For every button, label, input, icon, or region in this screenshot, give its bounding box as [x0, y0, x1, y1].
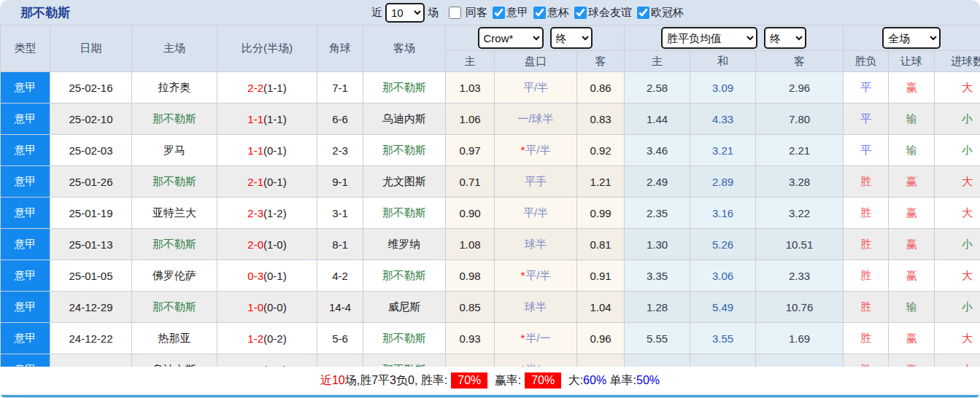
- col-header-type: 类型: [1, 26, 50, 72]
- handicap-home-odds: 1.06: [446, 104, 495, 135]
- league-badge: 意甲: [1, 260, 50, 292]
- recent-count-text: 近10: [320, 373, 345, 389]
- checkbox-label: 同客: [466, 6, 487, 20]
- match-score: 1-0(0-0): [217, 292, 317, 323]
- col-header-score: 比分(半场): [217, 26, 317, 72]
- result-handicap: 赢: [889, 229, 935, 260]
- result-outcome: 平: [844, 72, 889, 104]
- handicap-home-odds: 0.90: [446, 198, 495, 229]
- corner-score: 7-1: [317, 72, 363, 104]
- avg-home-odds: 3.46: [625, 135, 690, 166]
- match-rows: 意甲25-02-16拉齐奥2-2(1-1)7-1那不勒斯1.03平/半0.862…: [1, 72, 980, 386]
- league-filter-checkbox[interactable]: 欧冠杯: [632, 6, 684, 20]
- league-badge: 意甲: [1, 104, 50, 135]
- avg-draw-odds: 3.06: [690, 260, 756, 292]
- col-header-date: 日期: [50, 26, 132, 72]
- sub-header-result: 胜负: [844, 51, 889, 72]
- result-outcome: 平: [844, 104, 889, 135]
- corner-score: 2-3: [317, 135, 363, 166]
- checkbox-label: 意甲: [506, 6, 528, 20]
- bookmaker-select[interactable]: Crow*: [478, 27, 544, 49]
- handicap-line: 平/半: [495, 72, 577, 104]
- away-team: 那不勒斯: [363, 323, 446, 354]
- avg-home-odds: 2.58: [625, 72, 690, 104]
- matches-table-wrap: 类型 日期 主场 比分(半场) 角球 客场 Crow* 终: [0, 25, 980, 386]
- league-filter-checkbox[interactable]: 意杯: [528, 6, 569, 20]
- sub-header-odds-home: 主: [446, 51, 495, 72]
- handicap-home-odds: 0.97: [446, 135, 495, 166]
- summary-text: 场,胜7平3负0, 胜率:: [345, 373, 447, 389]
- col-header-corner: 角球: [317, 26, 363, 72]
- bookmaker-state-select[interactable]: 终: [550, 27, 593, 49]
- away-team: 乌迪内斯: [363, 104, 446, 135]
- handicap-rate-label: 赢率:: [491, 373, 521, 389]
- home-team: 热那亚: [132, 323, 217, 354]
- result-handicap: 输: [889, 292, 935, 323]
- avg-state-select[interactable]: 终: [764, 27, 806, 49]
- match-score: 2-0(1-0): [217, 229, 317, 260]
- avg-away-odds: 7.80: [756, 104, 844, 135]
- filter-bar: 近 10 场 同客意甲意杯球会友谊欧冠杯: [369, 1, 684, 23]
- avg-draw-odds: 3.55: [690, 323, 756, 354]
- result-outcome: 胜: [844, 260, 889, 292]
- away-team: 威尼斯: [363, 292, 446, 323]
- avg-type-select[interactable]: 胜平负均值: [661, 27, 757, 49]
- result-goals: 大: [935, 166, 980, 198]
- summary-footer: 近10场,胜7平3负0, 胜率:70% 赢率:70% 大:60% 单率:50%: [0, 367, 980, 394]
- checkbox-input[interactable]: [533, 7, 546, 19]
- handicap-away-odds: 0.86: [577, 72, 625, 104]
- result-outcome: 胜: [844, 198, 889, 229]
- checkbox-input[interactable]: [493, 7, 505, 19]
- checkbox-input[interactable]: [574, 7, 587, 19]
- result-goals: 小: [935, 229, 980, 260]
- away-team: 那不勒斯: [363, 260, 446, 292]
- match-date: 24-12-29: [50, 292, 132, 323]
- handicap-line: 球半: [495, 292, 577, 323]
- scope-select[interactable]: 全场: [882, 27, 941, 49]
- result-outcome: 胜: [844, 166, 889, 198]
- handicap-home-odds: 1.08: [446, 229, 495, 260]
- checkbox-input[interactable]: [449, 7, 461, 19]
- league-filter-checkbox[interactable]: 球会友谊: [569, 6, 632, 20]
- result-goals: 小: [935, 104, 980, 135]
- home-team: 那不勒斯: [132, 229, 217, 260]
- handicap-home-odds: 0.98: [446, 260, 495, 292]
- result-goals: 小: [935, 292, 980, 323]
- avg-away-odds: 2.33: [756, 260, 844, 292]
- home-team: 佛罗伦萨: [132, 260, 217, 292]
- handicap-away-odds: 0.83: [577, 104, 625, 135]
- avg-away-odds: 2.96: [756, 72, 844, 104]
- handicap-win-rate-badge: 70%: [525, 372, 561, 389]
- matches-table: 类型 日期 主场 比分(半场) 角球 客场 Crow* 终: [0, 25, 980, 386]
- home-team: 那不勒斯: [132, 104, 217, 135]
- avg-away-odds: 3.22: [756, 198, 844, 229]
- sub-header-avg-away: 客: [756, 51, 844, 72]
- sub-header-avg-home: 主: [625, 51, 690, 72]
- result-handicap: 赢: [889, 72, 935, 104]
- league-badge: 意甲: [1, 292, 50, 323]
- home-team: 罗马: [132, 135, 217, 166]
- away-team: 那不勒斯: [363, 135, 446, 166]
- recent-label: 近: [371, 6, 382, 20]
- corner-score: 4-2: [317, 260, 363, 292]
- match-date: 25-02-03: [50, 135, 132, 166]
- handicap-line: 平/半: [495, 198, 577, 229]
- handicap-home-odds: 0.71: [446, 166, 495, 198]
- league-filter-checkbox[interactable]: 意甲: [487, 6, 528, 20]
- avg-away-odds: 10.51: [756, 229, 844, 260]
- bottom-accent-bar: [0, 395, 980, 397]
- avg-home-odds: 2.35: [625, 198, 690, 229]
- avg-group: 胜平负均值 终: [625, 26, 844, 51]
- league-filter-checkbox[interactable]: 同客: [441, 6, 487, 20]
- col-header-away: 客场: [363, 26, 446, 72]
- home-team: 拉齐奥: [132, 72, 217, 104]
- match-date: 25-01-05: [50, 260, 132, 292]
- recent-matches-select[interactable]: 10: [385, 3, 425, 23]
- sub-header-handicap-result: 让球: [889, 51, 935, 72]
- match-date: 25-02-10: [50, 104, 132, 135]
- result-handicap: 赢: [889, 166, 935, 198]
- league-badge: 意甲: [1, 72, 50, 104]
- league-badge: 意甲: [1, 135, 50, 166]
- checkbox-input[interactable]: [637, 7, 649, 19]
- avg-draw-odds: 3.16: [690, 198, 756, 229]
